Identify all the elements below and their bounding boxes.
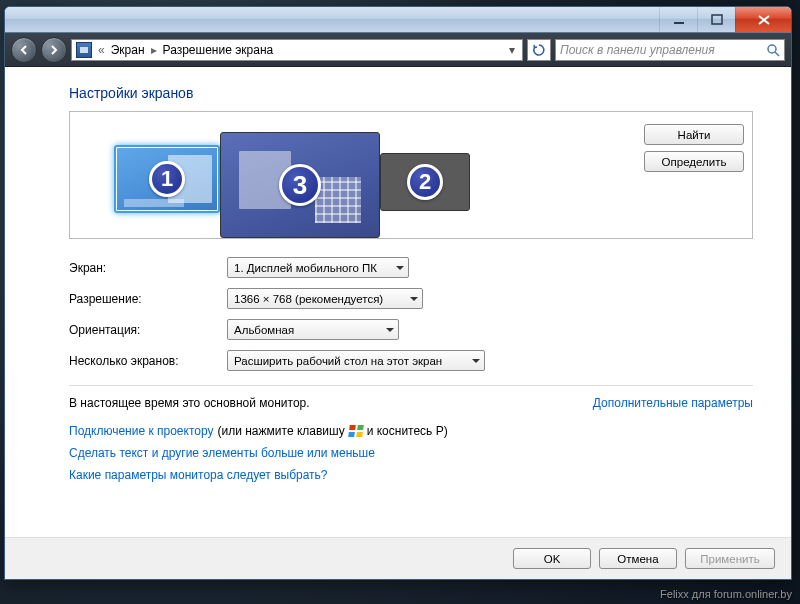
monitor-3[interactable]: 3 (220, 132, 380, 238)
watermark: Felixx для forum.onliner.by (660, 588, 792, 600)
maximize-button[interactable] (697, 7, 735, 32)
chevron-down-icon (396, 266, 404, 270)
display-preview: 1 3 2 Найти Определить (69, 111, 753, 239)
windows-key-icon (348, 425, 364, 437)
advanced-settings-link[interactable]: Дополнительные параметры (593, 396, 753, 410)
search-input[interactable]: Поиск в панели управления (555, 39, 785, 61)
projector-link[interactable]: Подключение к проектору (69, 424, 214, 438)
control-panel-icon (76, 42, 92, 58)
multi-display-select-value: Расширить рабочий стол на этот экран (234, 355, 442, 367)
multi-display-select[interactable]: Расширить рабочий стол на этот экран (227, 350, 485, 371)
screen-label: Экран: (69, 261, 227, 275)
search-icon (766, 43, 780, 57)
control-panel-window: « Экран ▸ Разрешение экрана ▾ Поиск в па… (4, 6, 792, 580)
identify-button[interactable]: Определить (644, 151, 744, 172)
address-dropdown-icon[interactable]: ▾ (506, 43, 518, 57)
navigation-bar: « Экран ▸ Разрешение экрана ▾ Поиск в па… (5, 33, 791, 67)
minimize-button[interactable] (659, 7, 697, 32)
ok-button[interactable]: OK (513, 548, 591, 569)
monitor-1-badge: 1 (149, 161, 185, 197)
breadcrumb-screen[interactable]: Экран (111, 43, 145, 57)
dialog-footer: OK Отмена Применить (5, 537, 791, 579)
projector-hint-b: и коснитесь P) (367, 424, 448, 438)
detect-button[interactable]: Найти (644, 124, 744, 145)
resolution-select-value: 1366 × 768 (рекомендуется) (234, 293, 383, 305)
svg-rect-0 (674, 22, 684, 24)
resolution-select[interactable]: 1366 × 768 (рекомендуется) (227, 288, 423, 309)
chevron-down-icon (472, 359, 480, 363)
monitor-1[interactable]: 1 (114, 145, 220, 213)
page-title: Настройки экранов (69, 85, 753, 101)
projector-hint-a: (или нажмите клавишу (218, 424, 345, 438)
nav-forward-button[interactable] (41, 37, 67, 63)
apply-button[interactable]: Применить (685, 548, 775, 569)
nav-back-button[interactable] (11, 37, 37, 63)
search-placeholder: Поиск в панели управления (560, 43, 715, 57)
primary-monitor-status: В настоящее время это основной монитор. (69, 396, 310, 410)
breadcrumb-prefix: « (98, 43, 105, 57)
monitor-3-badge: 3 (279, 164, 321, 206)
close-button[interactable] (735, 7, 791, 32)
monitor-2-badge: 2 (407, 164, 443, 200)
monitor-layout[interactable]: 1 3 2 (78, 120, 634, 238)
breadcrumb-resolution[interactable]: Разрешение экрана (163, 43, 274, 57)
chevron-down-icon (410, 297, 418, 301)
orientation-select-value: Альбомная (234, 324, 294, 336)
orientation-label: Ориентация: (69, 323, 227, 337)
breadcrumb-sep-1: ▸ (151, 43, 157, 57)
address-bar[interactable]: « Экран ▸ Разрешение экрана ▾ (71, 39, 523, 61)
screen-select-value: 1. Дисплей мобильного ПК (234, 262, 377, 274)
divider (69, 385, 753, 386)
svg-rect-1 (712, 15, 722, 24)
text-size-link[interactable]: Сделать текст и другие элементы больше и… (69, 446, 375, 460)
cancel-button[interactable]: Отмена (599, 548, 677, 569)
multi-label: Несколько экранов: (69, 354, 227, 368)
orientation-select[interactable]: Альбомная (227, 319, 399, 340)
which-settings-link[interactable]: Какие параметры монитора следует выбрать… (69, 468, 328, 482)
refresh-button[interactable] (527, 39, 551, 61)
content-area: Настройки экранов 1 3 2 Найти Определить (5, 67, 791, 537)
monitor-2[interactable]: 2 (380, 153, 470, 211)
screen-select[interactable]: 1. Дисплей мобильного ПК (227, 257, 409, 278)
chevron-down-icon (386, 328, 394, 332)
svg-point-2 (768, 45, 776, 53)
resolution-label: Разрешение: (69, 292, 227, 306)
titlebar (5, 7, 791, 33)
